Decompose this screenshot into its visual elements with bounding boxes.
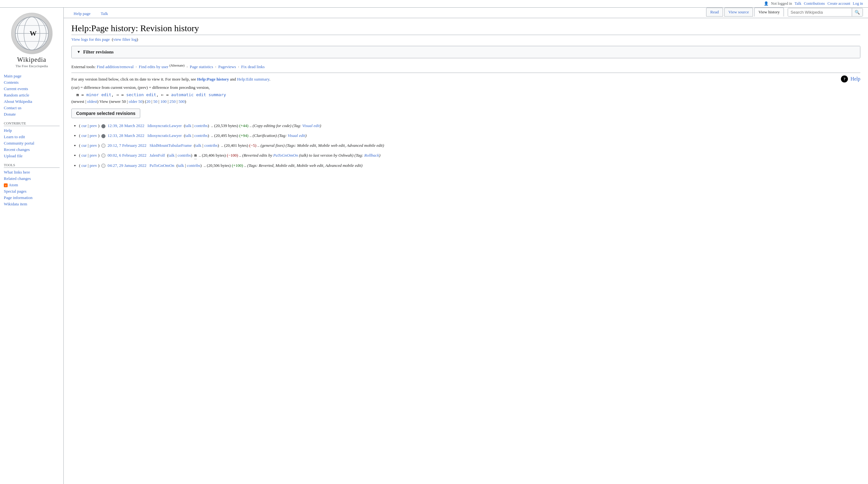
sidebar-item-community-portal[interactable]: Community portal [4,140,60,147]
sidebar-item-random-article[interactable]: Random article [4,92,60,98]
tag-link[interactable]: Visual edit [302,123,320,128]
filter-header[interactable]: ▼ Filter revisions [72,46,860,58]
sidebar-item-related-changes[interactable]: Related changes [4,175,60,182]
prev-link[interactable]: prev [90,143,97,148]
sidebar-item-what-links-here[interactable]: What links here [4,169,60,175]
find-edits-by-user-link[interactable]: Find edits by user [139,64,168,69]
prev-link[interactable]: prev [90,133,97,138]
site-logo[interactable]: W Wikipedia The Free Encyclopedia [4,13,60,68]
contribs-link[interactable]: contribs [194,123,208,128]
sidebar-item-upload-file[interactable]: Upload file [4,153,60,159]
help-edit-summary-link[interactable]: Help:Edit summary [237,77,269,82]
sidebar-item-contact[interactable]: Contact us [4,105,60,111]
nav-links: (newest | oldest) View (newer 50 | older… [71,99,860,104]
timestamp-link[interactable]: 00:02, 6 February 2022 [108,153,147,158]
sidebar-item-help[interactable]: Help [4,127,60,134]
timestamp-link[interactable]: 20:12, 7 February 2022 [108,143,147,148]
username-link[interactable]: IdiosyncraticLawyer [148,133,182,138]
timestamp-link[interactable]: 12:33, 28 March 2022 [108,133,145,138]
tab-view-source[interactable]: View source [724,8,753,17]
sidebar-item-about[interactable]: About Wikipedia [4,98,60,105]
cur-link[interactable]: cur [82,163,87,168]
help-page-history-link[interactable]: Help:Page history [197,77,229,82]
talk-link[interactable]: talk [168,153,175,158]
sidebar-item-current-events[interactable]: Current events [4,86,60,92]
contribs-link[interactable]: contribs [178,153,191,158]
atom-icon: a [4,184,8,187]
pageviews-link[interactable]: Pageviews [218,64,236,69]
contributions-link[interactable]: Contributions [804,1,825,6]
sidebar-item-special-pages[interactable]: Special pages [4,188,60,195]
nav-20-link[interactable]: 20 [146,99,150,104]
search-input[interactable] [788,8,852,16]
external-tools-label: External tools: [71,64,96,69]
radio-button[interactable] [101,164,105,168]
sidebar-item-donate[interactable]: Donate [4,111,60,118]
cur-link[interactable]: cur [82,153,87,158]
page-statistics-link[interactable]: Page statistics [190,64,213,69]
login-link[interactable]: Log in [853,1,863,6]
timestamp-link[interactable]: 12:39, 28 March 2022 [108,123,145,128]
section-edit-link[interactable]: section edit [126,92,156,97]
rollback-tag-link[interactable]: Rollback [364,153,379,158]
help-circle-icon[interactable]: ? [841,75,848,83]
cur-link[interactable]: cur [82,133,87,138]
contribs-link[interactable]: contribs [204,143,218,148]
timestamp-link[interactable]: 04:27, 29 January 2022 [108,163,147,168]
compare-button[interactable]: Compare selected revisions [71,108,140,118]
nav-500-link[interactable]: 500 [179,99,185,104]
nav-100-link[interactable]: 100 [160,99,167,104]
username-link[interactable]: JalenFolf [150,153,165,158]
prev-link[interactable]: prev [90,123,97,128]
sidebar-item-page-information[interactable]: Page information [4,195,60,201]
radio-button[interactable] [101,143,105,148]
username-link[interactable]: IdiosyncraticLawyer [148,123,182,128]
revision-item: ( cur | prev ) 04:27, 29 January 2022 Pa… [79,162,860,169]
tab-view-history[interactable]: View history [754,8,784,17]
tabs-left: Help page Talk [69,9,113,18]
sidebar-item-atom[interactable]: aAtom [4,182,60,188]
cur-link[interactable]: cur [82,143,87,148]
prev-link[interactable]: prev [90,153,97,158]
talk-link[interactable]: talk [185,123,191,128]
sidebar-item-recent-changes[interactable]: Recent changes [4,147,60,153]
tab-talk[interactable]: Talk [96,9,113,18]
username-link[interactable]: PaToGnOmOn [150,163,174,168]
find-addition-removal-link[interactable]: Find addition/removal [97,64,133,69]
contribs-link[interactable]: contribs [187,163,200,168]
username-link[interactable]: SkidMountTubularFrame [150,143,191,148]
view-logs-link[interactable]: View logs for this page [71,37,110,42]
talk-link[interactable]: talk [195,143,202,148]
sidebar: W Wikipedia The Free Encyclopedia Main p… [0,8,64,484]
sidebar-item-wikidata[interactable]: Wikidata item [4,201,60,207]
view-filter-log-link[interactable]: view filter log [113,37,137,42]
prev-link[interactable]: prev [90,163,97,168]
tag-label: (Tag: [278,133,287,138]
fix-dead-links-link[interactable]: Fix dead links [241,64,265,69]
radio-button[interactable] [101,124,105,128]
radio-button[interactable] [101,134,105,138]
sidebar-item-main-page[interactable]: Main page [4,73,60,79]
sidebar-item-contents[interactable]: Contents [4,79,60,86]
summary: (Copy editing for code) [253,123,291,128]
cur-link[interactable]: cur [82,123,87,128]
talk-link[interactable]: Talk [795,1,801,6]
nav-250-link[interactable]: 250 [169,99,176,104]
help-link[interactable]: Help [850,76,860,82]
minor-edit-link[interactable]: minor edit [86,92,111,97]
nav-50-link[interactable]: 50 [153,99,157,104]
tab-help-page[interactable]: Help page [69,9,95,18]
tab-read[interactable]: Read [706,8,723,17]
older-50-link[interactable]: older 50 [129,99,143,104]
oldest-link[interactable]: oldest [87,99,97,104]
search-button[interactable]: 🔍 [852,8,863,16]
tag-link[interactable]: Visual edit [288,133,305,138]
contribs-link[interactable]: contribs [194,133,208,138]
talk-link[interactable]: talk [178,163,184,168]
talk-link[interactable]: talk [185,133,191,138]
sidebar-item-learn-edit[interactable]: Learn to edit [4,134,60,140]
reverted-user-link[interactable]: PaToGnOmOn [273,153,298,158]
auto-edit-summary-link[interactable]: automatic edit summary [171,92,226,97]
radio-button[interactable] [101,154,105,158]
create-account-link[interactable]: Create account [828,1,850,6]
